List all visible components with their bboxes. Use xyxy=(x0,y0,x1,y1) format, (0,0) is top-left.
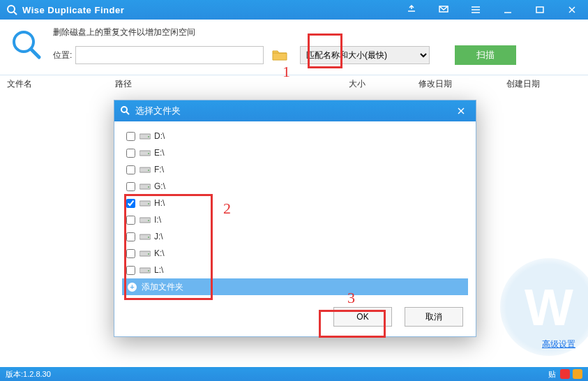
svg-line-13 xyxy=(126,112,129,114)
magnifier-icon xyxy=(10,28,43,61)
svg-point-29 xyxy=(148,237,149,238)
drive-checkbox[interactable] xyxy=(126,149,135,158)
svg-point-0 xyxy=(8,6,15,13)
svg-line-11 xyxy=(31,50,39,57)
drive-row: G:\ xyxy=(122,178,468,195)
drive-checkbox[interactable] xyxy=(126,266,135,275)
add-folder-row[interactable]: +添加文件夹 xyxy=(122,278,468,295)
header-description: 删除磁盘上的重复文件以增加空闲空间 xyxy=(53,27,578,38)
svg-point-17 xyxy=(148,136,149,137)
dialog-title: 选择文件夹 xyxy=(135,105,452,117)
col-filename[interactable]: 文件名 xyxy=(0,78,108,90)
tray-icon-orange[interactable] xyxy=(573,369,582,379)
drive-icon xyxy=(140,232,151,241)
drive-row: H:\ xyxy=(122,195,468,211)
svg-point-12 xyxy=(121,107,127,112)
drive-label: F:\ xyxy=(154,165,164,174)
drive-label: G:\ xyxy=(154,181,165,191)
title-bar: Wise Duplicate Finder xyxy=(0,0,588,20)
maximize-button[interactable] xyxy=(524,0,556,20)
drive-icon xyxy=(140,182,151,190)
drive-icon xyxy=(140,266,151,274)
dialog-icon xyxy=(120,105,131,117)
svg-rect-7 xyxy=(536,7,543,13)
drive-row: D:\ xyxy=(122,128,468,144)
drive-icon xyxy=(140,149,151,157)
dialog-close-button[interactable] xyxy=(452,103,470,119)
svg-point-19 xyxy=(148,153,149,154)
col-modified[interactable]: 修改日期 xyxy=(412,78,499,90)
drive-row: K:\ xyxy=(122,245,468,262)
drive-checkbox[interactable] xyxy=(126,165,135,174)
drive-row: L:\ xyxy=(122,262,468,278)
drive-icon xyxy=(140,249,151,257)
system-buttons xyxy=(395,0,588,20)
tray-icons: 贴 xyxy=(548,369,582,380)
drive-row: I:\ xyxy=(122,211,468,228)
cancel-button[interactable]: 取消 xyxy=(405,307,463,327)
drive-checkbox[interactable] xyxy=(126,182,135,191)
ok-button[interactable]: OK xyxy=(333,307,392,327)
drive-list[interactable]: D:\ E:\ F:\ G:\ H:\ I:\ J:\ K:\ L:\ +添加文… xyxy=(121,127,469,296)
svg-point-31 xyxy=(148,253,149,255)
svg-point-25 xyxy=(148,203,149,204)
app-title: Wise Duplicate Finder xyxy=(22,5,395,15)
dialog-titlebar: 选择文件夹 xyxy=(114,100,476,121)
drive-checkbox[interactable] xyxy=(126,199,135,208)
svg-point-33 xyxy=(148,270,149,271)
feedback-icon[interactable] xyxy=(428,0,460,20)
folder-icon xyxy=(272,49,287,61)
location-input[interactable] xyxy=(75,46,264,64)
drive-label: E:\ xyxy=(154,148,165,158)
advanced-settings-link[interactable]: 高级设置 xyxy=(542,338,575,350)
col-size[interactable]: 大小 xyxy=(342,78,412,90)
drive-label: H:\ xyxy=(154,198,165,208)
app-icon xyxy=(6,3,18,16)
drive-icon xyxy=(140,132,151,140)
svg-point-23 xyxy=(148,186,149,188)
minimize-button[interactable] xyxy=(492,0,524,20)
scan-button[interactable]: 扫描 xyxy=(455,45,516,65)
browse-folder-button[interactable] xyxy=(266,46,293,64)
col-path[interactable]: 路径 xyxy=(108,78,342,90)
drive-label: D:\ xyxy=(154,131,165,141)
svg-line-1 xyxy=(14,12,17,15)
hint-icon[interactable] xyxy=(395,0,428,20)
drive-row: J:\ xyxy=(122,228,468,245)
drive-checkbox[interactable] xyxy=(126,232,135,241)
select-folder-dialog: 选择文件夹 D:\ E:\ F:\ G:\ H:\ I:\ J:\ K:\ L:… xyxy=(114,100,476,337)
status-bar: 版本:1.2.8.30 贴 xyxy=(0,367,588,381)
drive-icon xyxy=(140,216,151,224)
match-mode-select[interactable]: 匹配名称和大小(最快) xyxy=(300,46,430,64)
drive-row: F:\ xyxy=(122,161,468,178)
version-label: 版本:1.2.8.30 xyxy=(6,369,548,380)
drive-icon xyxy=(140,165,151,174)
drive-label: K:\ xyxy=(154,248,165,258)
menu-icon[interactable] xyxy=(460,0,492,20)
add-folder-label: 添加文件夹 xyxy=(142,281,183,293)
svg-point-27 xyxy=(148,220,149,221)
drive-checkbox[interactable] xyxy=(126,132,135,141)
drive-label: I:\ xyxy=(154,215,161,225)
drive-row: E:\ xyxy=(122,144,468,161)
drive-icon xyxy=(140,199,151,207)
location-label: 位置: xyxy=(53,50,75,61)
tray-icon-red[interactable] xyxy=(560,369,570,379)
plus-icon: + xyxy=(128,283,137,292)
close-button[interactable] xyxy=(556,0,588,20)
tray-label: 贴 xyxy=(548,369,556,380)
drive-label: J:\ xyxy=(154,232,163,241)
drive-checkbox[interactable] xyxy=(126,249,135,258)
col-created[interactable]: 创建日期 xyxy=(499,78,588,90)
drive-label: L:\ xyxy=(154,265,163,275)
drive-checkbox[interactable] xyxy=(126,216,135,225)
header-panel: 删除磁盘上的重复文件以增加空闲空间 位置: 匹配名称和大小(最快) 扫描 xyxy=(0,20,588,75)
svg-point-21 xyxy=(148,170,149,171)
